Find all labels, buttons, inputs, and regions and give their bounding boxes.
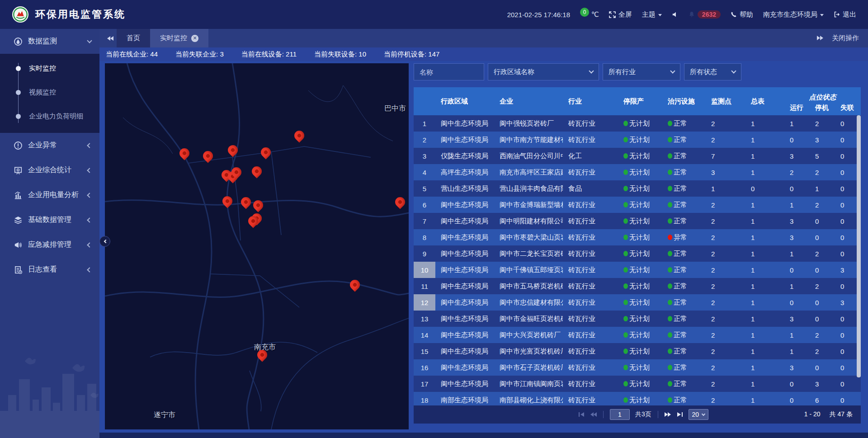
region-cell: 阆中生态环境局 bbox=[435, 282, 494, 291]
region-filter-select[interactable]: 行政区域名称 bbox=[488, 63, 599, 80]
chevron-left-icon bbox=[87, 193, 92, 198]
total-meter-cell: 1 bbox=[745, 266, 784, 274]
fullscreen-button[interactable]: 全屏 bbox=[609, 10, 632, 19]
stopped-cell: 5 bbox=[810, 152, 835, 160]
status-metric: 当前失联企业: 3 bbox=[175, 50, 224, 59]
limit-production-cell: 无计划 bbox=[618, 380, 662, 388]
row-index-cell: 6 bbox=[414, 197, 435, 213]
run-cell: 1 bbox=[784, 348, 810, 355]
page-size-select[interactable]: 20 bbox=[689, 409, 708, 420]
chevron-left-icon bbox=[87, 143, 92, 148]
tabs-scroll-right-button[interactable] bbox=[817, 34, 824, 42]
pollution-control-cell: 正常 bbox=[662, 363, 706, 372]
industry-filter-select[interactable]: 所有行业 bbox=[603, 63, 680, 80]
row-index-cell: 10 bbox=[414, 262, 435, 278]
table-row[interactable]: 1阆中生态环境局阆中强锐页岩砖厂砖瓦行业无计划正常21120 bbox=[414, 115, 861, 132]
status-dot-icon bbox=[668, 283, 672, 289]
monitor-points-cell: 1 bbox=[706, 185, 745, 193]
sidebar-item-3[interactable]: 企业综合统计 bbox=[0, 158, 99, 183]
prev-page-button[interactable] bbox=[590, 412, 597, 417]
total-meter-cell: 1 bbox=[745, 315, 784, 323]
total-pages-label: 共3页 bbox=[635, 410, 651, 419]
help-button[interactable]: 帮助 bbox=[731, 10, 753, 19]
column-group-header-point-status: 点位状态 bbox=[784, 87, 861, 103]
sidebar-subitem-2[interactable]: 视频监控 bbox=[0, 80, 99, 104]
sidebar-item-7[interactable]: 日志查看 bbox=[0, 257, 99, 282]
notifications-button[interactable]: 2632 bbox=[689, 10, 721, 19]
table-row[interactable]: 11阆中生态环境局阆中市五马桥页岩机砖砖瓦行业无计划正常21120 bbox=[414, 278, 861, 294]
tab-close-icon[interactable]: ✕ bbox=[191, 35, 198, 42]
table-row[interactable]: 4高坪生态环境局南充市高坪区王家店建砖瓦行业无计划正常31220 bbox=[414, 164, 861, 180]
map-collapse-button[interactable] bbox=[99, 236, 110, 247]
limit-production-cell: 无计划 bbox=[618, 184, 662, 193]
last-page-button[interactable] bbox=[677, 412, 683, 417]
table-row[interactable]: 14阆中生态环境局阆中大兴页岩机砖厂砖瓦行业无计划正常21120 bbox=[414, 327, 861, 343]
status-dot-icon bbox=[668, 397, 672, 403]
name-filter-input[interactable] bbox=[414, 63, 484, 80]
sidebar-item-6[interactable]: 应急减排管理 bbox=[0, 232, 99, 257]
pollution-control-cell: 正常 bbox=[662, 136, 706, 144]
table-row[interactable]: 7阆中生态环境局阆中明阳建材有限公司砖瓦行业无计划正常21300 bbox=[414, 213, 861, 229]
table-row[interactable]: 17阆中生态环境局阆中市江南镇阆南页岩砖瓦行业无计划正常21030 bbox=[414, 376, 861, 392]
temperature-value: 0 bbox=[580, 8, 589, 17]
bullet-dot-icon bbox=[16, 66, 21, 71]
table-row[interactable]: 18南部生态环境局南部县砌化上浇有限公砖瓦行业无计划正常21060 bbox=[414, 392, 861, 405]
first-page-button[interactable] bbox=[578, 412, 585, 417]
status-filter-select[interactable]: 所有状态 bbox=[684, 63, 741, 80]
table-row[interactable]: 13阆中生态环境局阆中市金福旺页岩机砖砖瓦行业无计划正常21300 bbox=[414, 311, 861, 327]
page-number-input[interactable]: 1 bbox=[610, 409, 630, 420]
table-row[interactable]: 10阆中生态环境局阆中千佛镇五郎垭页岩砖瓦行业无计划正常21003 bbox=[414, 262, 861, 278]
table-row[interactable]: 5营山生态环境局营山县润丰肉食品有限食品无计划正常10010 bbox=[414, 180, 861, 197]
user-menu[interactable]: 南充市生态环境局 bbox=[763, 10, 824, 19]
scrollbar-thumb[interactable] bbox=[857, 115, 861, 377]
table-row[interactable]: 16阆中生态环境局阆中市石子页岩机砖厂砖瓦行业无计划正常21300 bbox=[414, 359, 861, 376]
tab-home[interactable]: 首页 bbox=[117, 29, 150, 47]
pollution-control-cell: 正常 bbox=[662, 380, 706, 388]
company-cell: 阆中市南方节能建材有 bbox=[494, 136, 563, 144]
tabs-scroll-left-button[interactable] bbox=[103, 29, 117, 47]
theme-label: 主题 bbox=[642, 10, 656, 19]
table-row[interactable]: 15阆中生态环境局阆中市光富页岩机砖厂砖瓦行业无计划正常21120 bbox=[414, 343, 861, 359]
sidebar-subitem-3[interactable]: 企业电力负荷明细 bbox=[0, 104, 99, 128]
next-page-button[interactable] bbox=[665, 412, 671, 417]
logout-button[interactable]: 退出 bbox=[834, 10, 856, 19]
sidebar-subitem-1[interactable]: 实时监控 bbox=[0, 57, 99, 80]
company-cell: 阆中市光富页岩机砖厂 bbox=[494, 347, 563, 356]
total-meter-cell: 1 bbox=[745, 331, 784, 339]
run-cell: 0 bbox=[784, 136, 810, 144]
table-row[interactable]: 9阆中生态环境局阆中市二龙长宝页岩砖砖瓦行业无计划正常21120 bbox=[414, 245, 861, 262]
sidebar-item-4[interactable]: 企业用电量分析 bbox=[0, 183, 99, 207]
theme-menu[interactable]: 主题 bbox=[642, 10, 662, 19]
column-header-limit-production: 停限产 bbox=[618, 87, 662, 115]
close-operations-menu[interactable]: 关闭操作 bbox=[832, 34, 859, 42]
monitor-points-cell: 2 bbox=[706, 348, 745, 355]
map-panel[interactable]: 巴中市南充市遂宁市 bbox=[105, 63, 409, 429]
status-metric-label: 当前失联企业: bbox=[175, 50, 220, 58]
row-index-cell: 15 bbox=[414, 343, 435, 359]
range-label: 1 - 20 bbox=[804, 410, 821, 419]
table-scrollbar[interactable] bbox=[857, 115, 861, 405]
column-header-industry: 行业 bbox=[563, 87, 618, 115]
mute-button[interactable] bbox=[672, 11, 679, 18]
table-row[interactable]: 3仪陇生态环境局西南油气田分公司川中化工无计划正常71350 bbox=[414, 148, 861, 164]
row-index-cell: 4 bbox=[414, 164, 435, 180]
region-cell: 阆中生态环境局 bbox=[435, 331, 494, 339]
industry-cell: 砖瓦行业 bbox=[563, 201, 618, 209]
sidebar-item-2[interactable]: 企业异常 bbox=[0, 133, 99, 158]
status-dot-icon bbox=[668, 186, 672, 191]
table-row[interactable]: 6阆中生态环境局阆中市金博瑞新型墙材砖瓦行业无计划正常21120 bbox=[414, 197, 861, 213]
table-row[interactable]: 8阆中生态环境局阆中市枣碧大梁山页岩砖瓦行业无计划异常21300 bbox=[414, 229, 861, 245]
table-row[interactable]: 2阆中生态环境局阆中市南方节能建材有砖瓦行业无计划正常21030 bbox=[414, 132, 861, 148]
industry-cell: 食品 bbox=[563, 184, 618, 193]
bullet-dot-icon bbox=[16, 114, 21, 119]
sidebar-item-5[interactable]: 基础数据管理 bbox=[0, 207, 99, 232]
table-row[interactable]: 12阆中生态环境局阆中市忠信建材有限公砖瓦行业无计划正常21003 bbox=[414, 294, 861, 311]
tab-realtime-monitor[interactable]: 实时监控 ✕ bbox=[150, 29, 208, 47]
status-dot-icon bbox=[623, 365, 628, 370]
monitor-points-cell: 2 bbox=[706, 234, 745, 241]
app-logo-icon bbox=[12, 6, 29, 23]
monitor-points-cell: 7 bbox=[706, 152, 745, 160]
total-meter-cell: 1 bbox=[745, 283, 784, 290]
sidebar-subitem-label: 视频监控 bbox=[29, 88, 56, 97]
sidebar-item-1[interactable]: 数据监测 bbox=[0, 29, 99, 54]
